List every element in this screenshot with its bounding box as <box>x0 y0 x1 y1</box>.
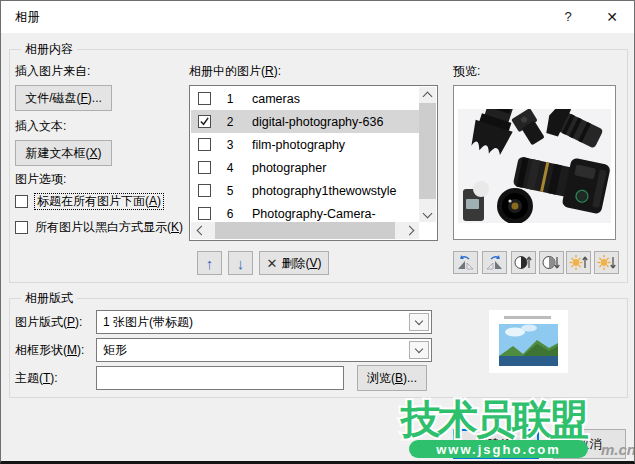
new-textbox-button[interactable]: 新建文本框(X) <box>15 140 112 166</box>
item-checkbox[interactable] <box>198 207 211 220</box>
close-button[interactable]: ✕ <box>595 1 629 33</box>
brightness-down-button[interactable] <box>594 251 619 274</box>
pictures-list: 1cameras2digital-photography-6363film-ph… <box>191 87 419 225</box>
contrast-up-button[interactable] <box>511 251 536 274</box>
insert-picture-from-label: 插入图片来自: <box>15 64 90 79</box>
delete-x-icon: ✕ <box>267 256 278 271</box>
down-arrow-icon: ↓ <box>237 255 245 272</box>
vertical-scrollbar[interactable] <box>419 87 436 222</box>
item-name: photographer <box>252 161 326 175</box>
item-checkbox[interactable] <box>198 184 211 197</box>
delete-button[interactable]: ✕ 删除(V) <box>259 251 329 275</box>
captions-checkbox-label: 标题在所有图片下面(A) <box>35 194 163 209</box>
captions-checkbox-row[interactable]: 标题在所有图片下面(A) <box>15 194 163 209</box>
item-name: film-photography <box>252 138 345 152</box>
list-item[interactable]: 5photography1thewowstyle <box>191 179 419 202</box>
delete-button-label: 删除(V) <box>281 255 321 272</box>
item-checkbox[interactable] <box>198 115 211 128</box>
item-number: 3 <box>224 138 236 152</box>
frame-shape-combobox[interactable]: 矩形 <box>96 338 432 362</box>
album-content-group-label: 相册内容 <box>21 42 77 56</box>
horizontal-scroll-thumb[interactable] <box>215 222 395 239</box>
picture-layout-combobox[interactable]: 1 张图片(带标题) <box>96 310 432 334</box>
theme-label: 主题(T): <box>15 371 58 386</box>
list-item[interactable]: 1cameras <box>191 87 419 110</box>
item-checkbox[interactable] <box>198 161 211 174</box>
scroll-up-button[interactable] <box>419 87 436 103</box>
chevron-left-icon <box>196 226 206 236</box>
close-icon: ✕ <box>606 9 618 25</box>
up-arrow-icon: ↑ <box>206 255 214 272</box>
scroll-left-button[interactable] <box>191 222 208 239</box>
rotate-right-icon <box>485 255 504 271</box>
help-button[interactable]: ? <box>551 1 585 33</box>
item-name: Photography-Camera- <box>252 207 376 221</box>
brightness-up-button[interactable] <box>566 251 591 274</box>
rotate-left-button[interactable] <box>453 251 478 274</box>
bw-checkbox[interactable] <box>15 221 28 234</box>
chevron-up-icon <box>423 92 433 102</box>
create-button[interactable]: 创建(C) <box>453 429 539 459</box>
chevron-down-icon <box>415 345 423 353</box>
picture-layout-value: 1 张图片(带标题) <box>103 311 193 333</box>
preview-camera-image <box>458 109 611 223</box>
contrast-down-icon <box>542 254 561 271</box>
item-name: photography1thewowstyle <box>252 184 397 198</box>
item-number: 5 <box>224 184 236 198</box>
scroll-right-button[interactable] <box>402 222 419 239</box>
vertical-scroll-thumb[interactable] <box>419 103 436 199</box>
chevron-down-icon <box>415 317 423 325</box>
browse-button[interactable]: 浏览(B)... <box>357 365 427 391</box>
item-checkbox[interactable] <box>198 92 211 105</box>
move-up-button[interactable]: ↑ <box>197 251 222 275</box>
cancel-button[interactable]: 取消 <box>553 429 626 459</box>
list-item[interactable]: 4photographer <box>191 156 419 179</box>
contrast-up-icon <box>514 254 533 271</box>
brightness-up-icon <box>569 254 588 271</box>
item-name: digital-photography-636 <box>252 115 383 129</box>
frame-shape-dropdown-button[interactable] <box>409 341 429 359</box>
picture-layout-dropdown-button[interactable] <box>409 313 429 331</box>
item-number: 6 <box>224 207 236 221</box>
album-layout-group-label: 相册版式 <box>21 291 77 305</box>
captions-checkbox[interactable] <box>15 195 28 208</box>
rotate-left-icon <box>456 255 475 271</box>
chevron-right-icon <box>404 226 414 236</box>
help-icon: ? <box>564 9 571 24</box>
insert-text-label: 插入文本: <box>15 119 66 134</box>
preview-box <box>453 85 616 240</box>
contrast-down-button[interactable] <box>539 251 564 274</box>
picture-layout-label: 图片版式(P): <box>15 315 82 330</box>
frame-shape-label: 相框形状(M): <box>15 343 84 358</box>
scroll-down-button[interactable] <box>419 206 436 222</box>
frame-shape-value: 矩形 <box>103 339 127 361</box>
pictures-in-album-label: 相册中的图片(R): <box>189 64 281 79</box>
item-number: 4 <box>224 161 236 175</box>
item-number: 1 <box>224 92 236 106</box>
theme-input[interactable] <box>96 366 344 390</box>
preview-label: 预览: <box>453 64 480 79</box>
item-name: cameras <box>252 92 300 106</box>
brightness-down-icon <box>597 254 616 271</box>
picture-options-label: 图片选项: <box>15 172 66 187</box>
photo-album-dialog: 相册 ? ✕ 相册内容 插入图片来自: 文件/磁盘(F)... 插入文本: 新建… <box>0 0 635 464</box>
dialog-title: 相册 <box>15 1 40 33</box>
chevron-down-icon <box>423 208 433 218</box>
bw-checkbox-row[interactable]: 所有图片以黑白方式显示(K) <box>15 220 183 235</box>
move-down-button[interactable]: ↓ <box>228 251 253 275</box>
bw-checkbox-label: 所有图片以黑白方式显示(K) <box>35 220 183 235</box>
file-disk-button[interactable]: 文件/磁盘(F)... <box>15 85 112 111</box>
item-number: 2 <box>224 115 236 129</box>
layout-thumbnail <box>489 310 568 373</box>
rotate-right-button[interactable] <box>482 251 507 274</box>
titlebar: 相册 ? ✕ <box>1 1 634 33</box>
list-item[interactable]: 3film-photography <box>191 133 419 156</box>
list-item[interactable]: 2digital-photography-636 <box>191 110 419 133</box>
item-checkbox[interactable] <box>198 138 211 151</box>
pictures-listbox[interactable]: 1cameras2digital-photography-6363film-ph… <box>189 85 438 241</box>
horizontal-scrollbar[interactable] <box>191 222 419 239</box>
